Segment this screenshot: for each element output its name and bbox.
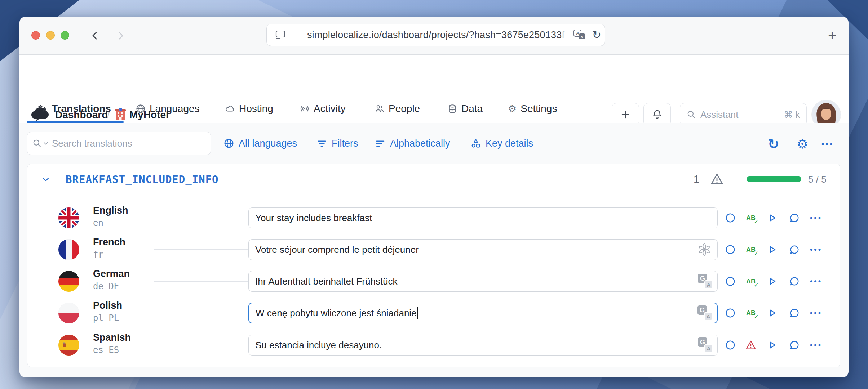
more-options-icon[interactable]: ••• <box>820 137 835 151</box>
translation-input-pl[interactable]: W cenę pobytu wliczone jest śniadanie GA <box>248 303 718 323</box>
tabs-divider <box>19 123 849 123</box>
filters-button[interactable]: Filters <box>316 135 358 151</box>
collapse-chevron-icon[interactable] <box>41 175 50 184</box>
settings-gear-icon[interactable]: ⚙ <box>795 137 810 151</box>
back-icon[interactable] <box>89 30 101 41</box>
row-more-icon[interactable]: ••• <box>810 276 822 287</box>
chevron-down-icon[interactable] <box>43 142 48 145</box>
status-circle-icon[interactable] <box>725 339 736 351</box>
status-circle-icon[interactable] <box>725 244 736 255</box>
row-more-icon[interactable]: ••• <box>810 212 822 224</box>
spellcheck-ok-icon[interactable]: AB✓ <box>745 244 757 255</box>
language-code: es_ES <box>93 345 119 355</box>
comment-icon[interactable] <box>789 276 800 287</box>
tab-label: Settings <box>521 103 557 115</box>
play-icon[interactable] <box>766 244 778 255</box>
sort-icon <box>375 138 386 149</box>
browser-chrome: simplelocalize.io/dashboard/projects/?ha… <box>19 17 849 55</box>
people-icon <box>375 104 385 114</box>
flag-germany <box>58 271 79 292</box>
tab-languages[interactable]: Languages <box>136 102 200 116</box>
play-icon[interactable] <box>766 212 778 224</box>
spellcheck-ok-icon[interactable]: AB✓ <box>745 212 757 224</box>
tab-hosting[interactable]: Hosting <box>225 102 273 116</box>
plus-icon <box>620 109 631 120</box>
play-icon[interactable] <box>766 276 778 287</box>
tab-label: Hosting <box>239 103 273 115</box>
progress-bar <box>747 176 801 182</box>
translation-row-polish: Polish pl_PL W cenę pobytu wliczone jest… <box>27 297 840 329</box>
play-icon[interactable] <box>766 307 778 319</box>
all-languages-filter[interactable]: All languages <box>223 135 297 151</box>
comment-icon[interactable] <box>789 244 800 255</box>
search-translations-input[interactable] <box>52 138 205 149</box>
tab-activity[interactable]: Activity <box>300 102 346 116</box>
address-bar[interactable]: simplelocalize.io/dashboard/projects/?ha… <box>266 24 605 46</box>
svg-text:H: H <box>120 108 121 112</box>
comment-icon[interactable] <box>789 339 800 351</box>
status-circle-icon[interactable] <box>725 307 736 319</box>
translation-input-fr[interactable]: Votre séjour comprend le petit déjeuner <box>248 239 718 260</box>
tab-label: People <box>389 103 420 115</box>
refresh-icon[interactable]: ↻ <box>766 137 781 151</box>
tab-settings[interactable]: ⚙ Settings <box>508 102 557 116</box>
tab-people[interactable]: People <box>375 102 420 116</box>
row-more-icon[interactable]: ••• <box>810 307 822 319</box>
comment-icon[interactable] <box>789 307 800 319</box>
translation-key-name[interactable]: BREAKFAST_INCLUDED_INFO <box>66 173 219 185</box>
tab-translations[interactable]: Translations <box>37 102 111 116</box>
assistant-input[interactable] <box>700 109 784 120</box>
translation-input-es[interactable]: Su estancia incluye desayuno. GA <box>248 335 718 356</box>
comment-icon[interactable] <box>789 212 800 224</box>
spellcheck-warning-icon[interactable] <box>745 339 757 351</box>
translation-text: Your stay includes breakfast <box>255 213 372 224</box>
spellcheck-ok-icon[interactable]: AB✓ <box>745 276 757 287</box>
key-details-button[interactable]: Key details <box>470 135 533 151</box>
flag-poland <box>58 303 79 323</box>
close-window-button[interactable] <box>31 31 40 40</box>
translate-page-icon[interactable]: A x <box>573 29 586 41</box>
key-header: BREAKFAST_INCLUDED_INFO 1 5 / 5 <box>27 164 840 194</box>
filters-label: Filters <box>332 138 358 149</box>
row-connector-line <box>154 281 248 282</box>
globe-icon <box>136 104 146 114</box>
translation-input-en[interactable]: Your stay includes breakfast <box>248 207 718 228</box>
url-main: simplelocalize.io/dashboard/projects/?ha… <box>307 30 562 41</box>
broadcast-icon <box>300 104 310 114</box>
progress-label: 5 / 5 <box>808 174 827 185</box>
desktop-wallpaper: simplelocalize.io/dashboard/projects/?ha… <box>0 0 868 389</box>
language-name: Spanish <box>93 332 131 343</box>
text-caret <box>417 307 418 319</box>
tab-label: Languages <box>150 103 200 115</box>
language-code: fr <box>93 250 103 260</box>
app-header: Dashboard / H MyHotel <box>19 55 849 94</box>
maximize-window-button[interactable] <box>61 31 69 40</box>
row-connector-line <box>154 313 248 313</box>
translation-text: Ihr Aufenthalt beinhaltet Frühstück <box>255 276 398 287</box>
search-translations-box[interactable] <box>27 132 211 155</box>
url-faded-tail: f <box>562 30 564 41</box>
row-connector-line <box>154 345 248 345</box>
cloud-icon <box>225 104 235 114</box>
sort-button[interactable]: Alphabetically <box>375 135 450 151</box>
status-circle-icon[interactable] <box>725 276 736 287</box>
play-icon[interactable] <box>766 339 778 351</box>
status-circle-icon[interactable] <box>725 212 736 224</box>
tab-label: Activity <box>314 103 346 115</box>
forward-icon[interactable] <box>115 30 126 41</box>
warning-triangle-icon[interactable] <box>710 172 724 186</box>
language-name: German <box>93 268 130 280</box>
translation-row-spanish: Spanish es_ES Su estancia incluye desayu… <box>27 329 840 361</box>
minimize-window-button[interactable] <box>46 31 55 40</box>
translation-text: W cenę pobytu wliczone jest śniadanie <box>256 308 417 319</box>
row-more-icon[interactable]: ••• <box>810 339 822 351</box>
google-translate-provider-icon: GA <box>698 274 713 289</box>
new-tab-icon[interactable]: + <box>828 27 836 44</box>
reload-icon[interactable]: ↻ <box>592 28 601 41</box>
translation-row-english: English en Your stay includes breakfast … <box>27 202 840 234</box>
tab-data[interactable]: Data <box>447 102 483 116</box>
translation-input-de[interactable]: Ihr Aufenthalt beinhaltet Frühstück GA <box>248 271 718 292</box>
row-more-icon[interactable]: ••• <box>810 244 822 255</box>
spellcheck-ok-icon[interactable]: AB✓ <box>745 307 757 319</box>
search-icon <box>32 139 42 148</box>
